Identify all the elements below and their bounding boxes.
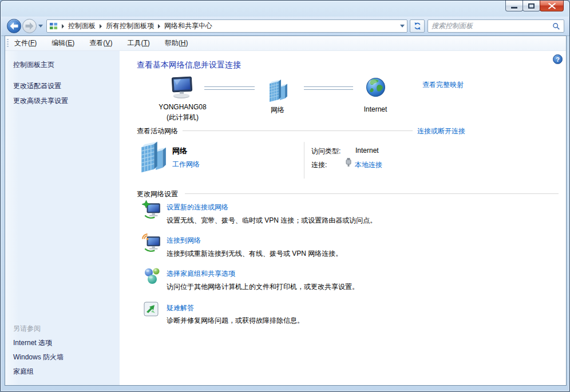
- active-network-buildings-icon[interactable]: [137, 141, 168, 174]
- back-button[interactable]: [7, 19, 21, 33]
- sidebar-item-change-advanced-sharing[interactable]: 更改高级共享设置: [13, 96, 68, 106]
- homegroup-options-link[interactable]: 选择家庭组和共享选项: [167, 269, 235, 279]
- network-sharing-center-window: 控制面板 所有控制面板项 网络和共享中心 搜索控制面板 文件(F): [0, 0, 570, 392]
- map-network-label: 网络: [255, 105, 300, 115]
- minimize-icon: [511, 7, 517, 9]
- troubleshoot-link[interactable]: 疑难解答: [167, 303, 194, 313]
- help-icon: ?: [556, 56, 560, 63]
- map-internet-label: Internet: [353, 105, 398, 113]
- minimize-button[interactable]: [505, 1, 523, 11]
- sidebar-item-change-adapter-settings[interactable]: 更改适配器设置: [13, 81, 61, 91]
- recent-pages-dropdown[interactable]: [38, 25, 43, 27]
- access-type-value: Internet: [355, 146, 379, 155]
- breadcrumb-network-sharing-center[interactable]: 网络和共享中心: [164, 21, 212, 31]
- setup-new-connection-link[interactable]: 设置新的连接或网络: [167, 203, 228, 212]
- refresh-button[interactable]: [410, 19, 425, 33]
- address-dropdown[interactable]: [400, 25, 405, 27]
- search-icon[interactable]: [552, 22, 560, 30]
- connections-label: 连接:: [311, 160, 327, 170]
- connect-to-network-link[interactable]: 连接到网络: [167, 236, 201, 246]
- breadcrumb-separator-icon: [158, 24, 160, 29]
- breadcrumb-separator-icon: [100, 24, 102, 29]
- homegroup-options-desc: 访问位于其他网络计算机上的文件和打印机，或更改共享设置。: [167, 282, 359, 292]
- connect-to-network-icon: [141, 233, 162, 254]
- sidebar-item-homegroup[interactable]: 家庭组: [13, 367, 34, 377]
- menu-edit[interactable]: 编辑(E): [52, 38, 74, 48]
- see-full-map-link[interactable]: 查看完整映射: [422, 80, 464, 90]
- map-computer-sub: (此计算机): [148, 113, 217, 122]
- control-panel-icon: [49, 22, 58, 30]
- network-category-link[interactable]: 工作网络: [172, 160, 200, 169]
- sidebar-item-internet-options[interactable]: Internet 选项: [13, 338, 52, 348]
- menu-bar: 文件(F) 编辑(E) 查看(V) 工具(T) 帮助(H): [5, 36, 566, 51]
- close-button[interactable]: [540, 1, 564, 11]
- connect-disconnect-link[interactable]: 连接或断开连接: [417, 126, 465, 136]
- internet-globe-icon[interactable]: [365, 77, 386, 98]
- computer-icon[interactable]: [170, 76, 196, 100]
- window-controls: [506, 1, 564, 11]
- active-networks-header: 查看活动网络: [137, 126, 178, 136]
- active-network-divider: [304, 142, 304, 179]
- toolbar-grip: [7, 39, 9, 48]
- help-button[interactable]: ?: [553, 54, 563, 64]
- refresh-icon: [413, 22, 422, 30]
- maximize-button[interactable]: [522, 1, 540, 11]
- search-placeholder: 搜索控制面板: [432, 21, 552, 31]
- section-divider: [185, 193, 559, 194]
- network-buildings-icon[interactable]: [266, 79, 289, 103]
- troubleshoot-desc: 诊断并修复网络问题，或获得故障排除信息。: [167, 316, 304, 326]
- connect-to-network-desc: 连接到或重新连接到无线、有线、拨号或 VPN 网络连接。: [167, 249, 342, 259]
- troubleshoot-icon: [144, 302, 159, 316]
- menu-view[interactable]: 查看(V): [89, 38, 112, 48]
- menu-file[interactable]: 文件(F): [14, 38, 37, 48]
- breadcrumb-separator-icon: [62, 24, 64, 29]
- ethernet-cable-icon: [345, 157, 352, 167]
- menu-help[interactable]: 帮助(H): [165, 38, 188, 48]
- map-connection-line: [304, 86, 353, 90]
- address-bar[interactable]: 控制面板 所有控制面板项 网络和共享中心: [46, 19, 407, 33]
- forward-button[interactable]: [22, 19, 37, 33]
- new-connection-icon: [141, 200, 162, 220]
- map-computer-name: YONGHANG08: [148, 103, 217, 111]
- local-connection-link[interactable]: 本地连接: [355, 160, 382, 170]
- forward-icon: [25, 22, 34, 30]
- maximize-icon: [528, 3, 535, 9]
- homegroup-icon: [142, 266, 162, 286]
- breadcrumb-all-items[interactable]: 所有控制面板项: [106, 21, 154, 31]
- active-network-name: 网络: [172, 146, 187, 156]
- back-icon: [10, 22, 18, 30]
- page-title: 查看基本网络信息并设置连接: [137, 60, 241, 70]
- map-connection-line: [204, 86, 255, 90]
- network-settings-header: 更改网络设置: [137, 189, 178, 199]
- close-icon: [548, 3, 556, 9]
- sidebar-item-control-panel-home[interactable]: 控制面板主页: [13, 60, 54, 70]
- breadcrumb-control-panel[interactable]: 控制面板: [68, 21, 96, 31]
- setup-new-connection-desc: 设置无线、宽带、拨号、临时或 VPN 连接；或设置路由器或访问点。: [167, 216, 377, 225]
- menu-tools[interactable]: 工具(T): [127, 38, 149, 48]
- search-box[interactable]: 搜索控制面板: [428, 19, 564, 33]
- sidebar-see-also-header: 另请参阅: [13, 324, 41, 334]
- section-divider: [183, 130, 413, 131]
- access-type-label: 访问类型:: [311, 146, 341, 156]
- sidebar-item-windows-firewall[interactable]: Windows 防火墙: [13, 353, 64, 362]
- navigation-bar: 控制面板 所有控制面板项 网络和共享中心 搜索控制面板: [1, 17, 570, 36]
